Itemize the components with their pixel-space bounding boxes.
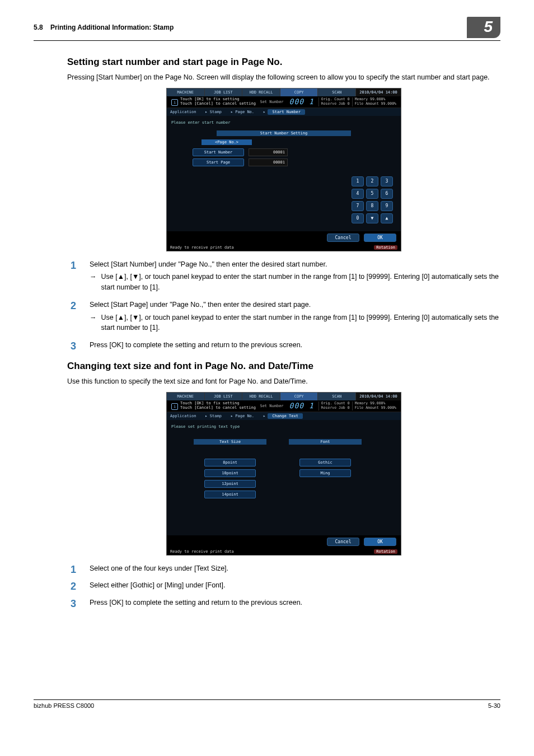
step-2: Select [Start Page] under "Page No.," th… [67, 300, 500, 333]
ready-status: Ready to receive print data [170, 245, 234, 250]
step-2-sub: Use [▲], [▼], or touch panel keypad to e… [101, 312, 501, 334]
key-up-icon[interactable]: ▲ [381, 213, 393, 223]
ss2-rotation-badge: Rotation [374, 549, 397, 554]
ss2-ready-status: Ready to receive print data [170, 549, 234, 554]
s2-step-3: Press [OK] to complete the setting and r… [67, 598, 500, 608]
step-1-sub: Use [▲], [▼], or touch panel keypad to e… [101, 272, 501, 293]
ss2-bc-pageno[interactable]: Page No. [235, 414, 254, 418]
ss2-breadcrumb: Application ▸ Stamp ▸ Page No. ▸ Change … [167, 412, 401, 420]
bc-start-number[interactable]: Start Number [268, 109, 305, 115]
key-2[interactable]: 2 [366, 176, 378, 186]
ss-timestamp: 2010/04/04 14:00 [356, 88, 401, 96]
start-page-value[interactable]: 00001 [249, 158, 288, 166]
ss-tab-machine[interactable]: MACHINE [167, 88, 205, 96]
start-number-button[interactable]: Start Number [193, 148, 244, 156]
bc-stamp[interactable]: Stamp [210, 110, 222, 114]
text-size-header: Text Size [194, 439, 266, 445]
stat-memory-value: 99.000% [370, 97, 385, 101]
section2-intro: Use this function to specify the text si… [67, 376, 500, 386]
ss2-tab-machine[interactable]: MACHINE [167, 393, 205, 400]
size-10point[interactable]: 10point [204, 469, 256, 477]
step-3: Press [OK] to complete the setting and r… [67, 340, 500, 351]
info-icon: i [171, 403, 178, 410]
key-7[interactable]: 7 [352, 201, 364, 211]
size-14point[interactable]: 14point [204, 491, 256, 498]
chapter-badge: 5 [467, 17, 500, 38]
bc-application[interactable]: Application [170, 110, 196, 114]
ss2-stat-file-val: 99.000% [381, 405, 396, 410]
ss2-prompt: Please set printing text type [171, 424, 396, 429]
ss-tab-copy[interactable]: COPY [280, 88, 318, 96]
ss-tab-hdd[interactable]: HDD RECALL [242, 88, 280, 96]
ss2-bc-stamp[interactable]: Stamp [210, 414, 222, 418]
step-1-main: Select [Start Number] under "Page No.," … [90, 260, 327, 268]
screenshot-change-text: MACHINE JOB LIST HDD RECALL COPY SCAN 20… [166, 392, 401, 556]
ss-tab-joblist[interactable]: JOB LIST [205, 88, 243, 96]
ss2-stat-orig-val: 0 [348, 401, 350, 405]
cancel-button[interactable]: Cancel [327, 234, 359, 242]
info-line2: Touch [Cancel] to cancel setting [180, 102, 260, 106]
stat-reserve-label: Reserve Job [321, 101, 345, 106]
size-8point[interactable]: 8point [204, 459, 256, 466]
key-6[interactable]: 6 [381, 189, 393, 199]
s2-step-1-main: Select one of the four keys under [Text … [90, 564, 228, 572]
start-page-button[interactable]: Start Page [193, 158, 244, 166]
font-gothic[interactable]: Gothic [299, 459, 351, 466]
ss2-stat-memory-label: Memory [355, 401, 368, 405]
stat-file-value: 99.000% [381, 101, 396, 106]
section1-intro: Pressing [Start Number] on the Page No. … [67, 72, 500, 82]
arrow-icon: → [90, 312, 97, 334]
s2-step-2: Select either [Gothic] or [Ming] under [… [67, 580, 500, 591]
stat-orig-count-label: Orig. Count [321, 97, 345, 101]
key-1[interactable]: 1 [352, 176, 364, 186]
ok-button[interactable]: OK [364, 234, 396, 242]
key-8[interactable]: 8 [366, 201, 378, 211]
s2-step-1: Select one of the four keys under [Text … [67, 563, 500, 574]
s2-step-3-main: Press [OK] to complete the setting and r… [90, 599, 302, 606]
group-label: Start Number Setting [217, 130, 351, 136]
size-12point[interactable]: 12point [204, 480, 256, 488]
key-4[interactable]: 4 [352, 189, 364, 199]
key-5[interactable]: 5 [366, 189, 378, 199]
page-footer: bizhub PRESS C8000 5-30 [34, 699, 500, 709]
stat-memory-label: Memory [355, 97, 368, 101]
ss2-cancel-button[interactable]: Cancel [327, 538, 359, 546]
start-number-value[interactable]: 00001 [249, 148, 288, 156]
page-number: 5-30 [488, 702, 500, 709]
key-down-icon[interactable]: ▼ [366, 213, 378, 223]
key-9[interactable]: 9 [381, 201, 393, 211]
key-3[interactable]: 3 [381, 176, 393, 186]
section2-steps: Select one of the four keys under [Text … [67, 563, 500, 608]
ss2-stat-reserve-val: 0 [348, 405, 350, 410]
font-ming[interactable]: Ming [299, 469, 351, 477]
key-0[interactable]: 0 [352, 213, 364, 223]
ss2-tab-joblist[interactable]: JOB LIST [205, 393, 243, 400]
sub-header: <Page No.> [202, 139, 252, 145]
arrow-icon: → [90, 272, 97, 293]
product-name: bizhub PRESS C8000 [34, 702, 94, 709]
rotation-badge: Rotation [374, 245, 397, 250]
ss2-stat-memory-val: 99.000% [370, 401, 385, 405]
s2-step-2-main: Select either [Gothic] or [Ming] under [… [90, 581, 225, 589]
ss2-tab-hdd[interactable]: HDD RECALL [242, 393, 280, 400]
screenshot-start-number: MACHINE JOB LIST HDD RECALL COPY SCAN 20… [166, 88, 401, 251]
ss2-bc-change-text[interactable]: Change Text [268, 413, 302, 419]
step-1: Select [Start Number] under "Page No.," … [67, 259, 500, 293]
ss2-tab-scan[interactable]: SCAN [318, 393, 356, 400]
ss2-bc-application[interactable]: Application [170, 414, 196, 418]
ss-tab-scan[interactable]: SCAN [318, 88, 356, 96]
bc-pageno[interactable]: Page No. [235, 110, 254, 114]
ss2-set-number-value: 000 1 [285, 402, 318, 410]
info-icon: i [171, 99, 178, 106]
stat-file-label: File Amount [355, 101, 379, 106]
stat-orig-count-value: 0 [348, 97, 350, 101]
ss2-stat-orig-label: Orig. Count [321, 401, 345, 405]
step-3-main: Press [OK] to complete the setting and r… [90, 341, 302, 349]
ss2-ok-button[interactable]: OK [364, 538, 396, 546]
ss2-tab-copy[interactable]: COPY [280, 393, 318, 400]
ss2-timestamp: 2010/04/04 14:00 [356, 393, 401, 400]
ss2-set-number-label: Set Number [260, 404, 284, 408]
section1-title: Setting start number and start page in P… [67, 57, 500, 68]
set-number-label: Set Number [260, 100, 284, 104]
keypad: 1 2 3 4 5 6 7 8 9 0 ▼ ▲ [352, 176, 393, 223]
